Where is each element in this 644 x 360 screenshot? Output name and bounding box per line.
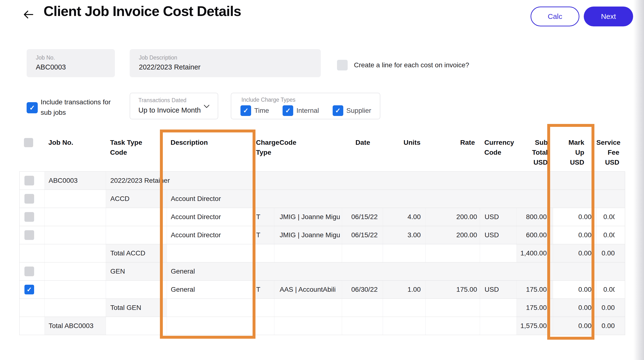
internal-label: Internal [296, 107, 319, 115]
cell-sub_total: 1,575.00 [517, 317, 553, 335]
cell-select [20, 244, 45, 262]
cell-charge_type: T [253, 208, 274, 226]
cell-currency: USD [480, 281, 517, 298]
back-button[interactable] [22, 8, 35, 21]
charge-type-time: ✓ Time [240, 105, 269, 116]
cell-code: JMIG | Joanne Migu [274, 226, 342, 244]
cell-charge_type: T [253, 226, 274, 244]
row-checkbox[interactable] [24, 176, 34, 185]
cell-service_fee[interactable]: 0.00 [596, 208, 625, 226]
transactions-dated-value: Up to Invoice Month [138, 106, 201, 114]
time-checkbox[interactable]: ✓ [240, 105, 251, 116]
table-row: ABC00032022/2023 Retainer [20, 172, 625, 190]
row-checkbox[interactable] [24, 266, 34, 276]
cell-job_no [45, 226, 106, 244]
cell-mark_up[interactable]: 0.00 [553, 226, 596, 244]
header-currency: Currency Code [480, 134, 516, 171]
cell-job_no [45, 244, 106, 262]
cell-date [342, 317, 383, 335]
cell-currency [480, 244, 517, 262]
cell-date: 06/30/22 [342, 281, 383, 298]
cell-select [20, 226, 45, 244]
cell-description[interactable]: General [167, 281, 253, 298]
cell-rate [426, 244, 480, 262]
header-rate: Rate [425, 134, 480, 171]
cell-service_fee[interactable]: 0.00 [596, 281, 625, 298]
job-no-field[interactable]: Job No. ABC0003 [26, 49, 115, 77]
create-line-checkbox[interactable] [337, 60, 348, 71]
cell-job_no [45, 208, 106, 226]
calc-button[interactable]: Calc [530, 7, 580, 26]
cell-service_fee[interactable]: 0.00 [596, 226, 625, 244]
row-checkbox[interactable] [24, 212, 34, 222]
header-units: Units [383, 134, 425, 171]
supplier-checkbox[interactable]: ✓ [333, 105, 343, 116]
cell-sub_total: 1,400.00 [517, 244, 553, 262]
job-no-label: Job No. [36, 55, 115, 61]
table-row: Total ABC00031,575.000.000.00 [20, 317, 625, 335]
cell-service_fee: 0.00 [596, 317, 625, 335]
transactions-dated-label: Transactions Dated [138, 97, 186, 104]
cell-task_type [106, 208, 167, 226]
include-charge-types-group: Include Charge Types ✓ Time ✓ Internal ✓… [231, 93, 380, 119]
cell-select [20, 262, 45, 280]
cell-code [274, 317, 342, 335]
arrow-left-icon [22, 18, 35, 22]
cell-code [274, 244, 342, 262]
internal-checkbox[interactable]: ✓ [282, 105, 293, 116]
header-task_type: Task Type Code [106, 134, 167, 171]
cell-mark_up: 0.00 [553, 299, 596, 317]
cell-sub_total: 800.00 [517, 208, 553, 226]
table-row: Account DirectorTJMIG | Joanne Migu06/15… [20, 208, 625, 226]
chevron-down-icon [203, 102, 210, 110]
table-row: ACCDAccount Director [20, 190, 625, 208]
cell-sub_total: 175.00 [517, 281, 553, 298]
cell-description [167, 317, 253, 335]
transactions-dated-dropdown[interactable]: Transactions Dated Up to Invoice Month [130, 93, 218, 119]
cell-units: 1.00 [383, 281, 426, 298]
table-header: Job No.Task Type CodeDescriptionCharge T… [19, 134, 625, 171]
cell-mark_up[interactable]: 0.00 [553, 208, 596, 226]
header-charge_type: Charge Type [253, 134, 274, 171]
cell-charge_type [253, 244, 274, 262]
cell-date [342, 244, 383, 262]
cell-charge_type: T [253, 281, 274, 298]
cell-rate: 200.00 [426, 226, 480, 244]
page-title: Client Job Invoice Cost Details [44, 3, 241, 19]
cell-rate: 200.00 [426, 208, 480, 226]
row-checkbox[interactable] [24, 230, 34, 240]
cell-rate [426, 299, 480, 317]
row-checkbox-checked[interactable]: ✓ [24, 285, 34, 294]
cell-description [167, 299, 253, 317]
cell-service_fee: 0.00 [596, 244, 625, 262]
table-row: Total ACCD1,400.000.000.00 [20, 244, 625, 262]
cell-task_type [106, 226, 167, 244]
cell-code [274, 299, 342, 317]
include-sub-jobs-checkbox[interactable]: ✓ [26, 102, 38, 113]
cell-currency: USD [480, 226, 517, 244]
cell-units [383, 244, 426, 262]
cell-mark_up[interactable]: 0.00 [553, 281, 596, 298]
cell-job_no: ABC0003 [45, 172, 106, 190]
cell-select [20, 190, 45, 208]
row-checkbox[interactable] [24, 194, 34, 204]
supplier-label: Supplier [346, 107, 371, 115]
cell-description: Account Director [167, 190, 625, 208]
cell-description[interactable]: Account Director [167, 226, 253, 244]
cell-rate: 175.00 [426, 281, 480, 298]
job-description-field[interactable]: Job Description 2022/2023 Retainer [130, 49, 321, 77]
header-description: Description [167, 134, 253, 171]
cell-select [20, 317, 45, 335]
job-description-value: 2022/2023 Retainer [139, 63, 321, 71]
cell-code: AAS | AccountAbili [274, 281, 342, 298]
cell-charge_type [253, 317, 274, 335]
client-job-invoice-page: Client Job Invoice Cost Details Calc Nex… [0, 0, 644, 360]
charge-type-options: ✓ Time ✓ Internal ✓ Supplier [240, 105, 371, 116]
next-button[interactable]: Next [584, 7, 633, 26]
select-all-checkbox[interactable] [24, 138, 33, 147]
cell-description[interactable]: Account Director [167, 208, 253, 226]
cell-mark_up: 0.00 [553, 244, 596, 262]
cell-task_type: GEN [106, 262, 167, 280]
cell-task_type [106, 317, 167, 335]
cell-date: 06/15/22 [342, 226, 383, 244]
